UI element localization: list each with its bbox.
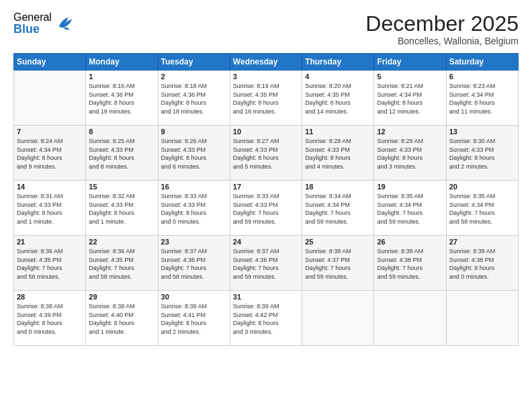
day-info: Sunrise: 8:38 AMSunset: 4:40 PMDaylight:… [89,302,154,336]
day-info: Sunrise: 8:25 AMSunset: 4:33 PMDaylight:… [89,137,154,171]
calendar-table: Sunday Monday Tuesday Wednesday Thursday… [13,53,519,346]
day-info: Sunrise: 8:37 AMSunset: 4:36 PMDaylight:… [161,247,227,281]
day-number: 27 [449,238,515,246]
table-row: 7Sunrise: 8:24 AMSunset: 4:34 PMDaylight… [14,126,86,181]
day-info: Sunrise: 8:23 AMSunset: 4:34 PMDaylight:… [449,82,515,116]
day-info: Sunrise: 8:39 AMSunset: 4:42 PMDaylight:… [233,302,299,336]
table-row: 22Sunrise: 8:36 AMSunset: 4:35 PMDayligh… [86,236,158,291]
table-row: 30Sunrise: 8:39 AMSunset: 4:41 PMDayligh… [158,291,230,346]
table-row: 27Sunrise: 8:38 AMSunset: 4:38 PMDayligh… [446,236,518,291]
table-row [374,291,446,346]
day-number: 31 [233,293,299,301]
day-info: Sunrise: 8:38 AMSunset: 4:38 PMDaylight:… [449,247,515,281]
day-number: 29 [89,293,154,301]
logo-bird-icon [56,14,75,33]
table-row: 6Sunrise: 8:23 AMSunset: 4:34 PMDaylight… [446,71,518,126]
day-number: 11 [305,128,371,136]
table-row [302,291,374,346]
day-info: Sunrise: 8:20 AMSunset: 4:35 PMDaylight:… [305,82,371,116]
header: General Blue December 2025 Boncelles, Wa… [13,12,519,46]
title-block: December 2025 Boncelles, Wallonia, Belgi… [365,12,519,46]
month-title: December 2025 [365,12,519,36]
table-row: 4Sunrise: 8:20 AMSunset: 4:35 PMDaylight… [302,71,374,126]
table-row: 29Sunrise: 8:38 AMSunset: 4:40 PMDayligh… [86,291,158,346]
day-number: 19 [377,183,443,191]
day-info: Sunrise: 8:16 AMSunset: 4:36 PMDaylight:… [89,82,154,116]
day-info: Sunrise: 8:36 AMSunset: 4:35 PMDaylight:… [89,247,154,281]
day-info: Sunrise: 8:21 AMSunset: 4:34 PMDaylight:… [377,82,443,116]
table-row: 5Sunrise: 8:21 AMSunset: 4:34 PMDaylight… [374,71,446,126]
day-number: 6 [449,73,515,81]
day-info: Sunrise: 8:35 AMSunset: 4:34 PMDaylight:… [377,192,443,226]
table-row: 14Sunrise: 8:31 AMSunset: 4:33 PMDayligh… [14,181,86,236]
day-number: 28 [17,293,83,301]
day-number: 5 [377,73,443,81]
table-row: 8Sunrise: 8:25 AMSunset: 4:33 PMDaylight… [86,126,158,181]
day-number: 1 [89,73,154,81]
day-info: Sunrise: 8:35 AMSunset: 4:34 PMDaylight:… [449,192,515,226]
day-info: Sunrise: 8:36 AMSunset: 4:35 PMDaylight:… [17,247,83,281]
day-info: Sunrise: 8:29 AMSunset: 4:33 PMDaylight:… [377,137,443,171]
day-number: 12 [377,128,443,136]
day-number: 17 [233,183,299,191]
logo-general: General [13,12,52,23]
day-info: Sunrise: 8:34 AMSunset: 4:34 PMDaylight:… [305,192,371,226]
table-row: 15Sunrise: 8:32 AMSunset: 4:33 PMDayligh… [86,181,158,236]
day-info: Sunrise: 8:38 AMSunset: 4:37 PMDaylight:… [305,247,371,281]
table-row: 28Sunrise: 8:38 AMSunset: 4:39 PMDayligh… [14,291,86,346]
table-row [14,71,86,126]
day-info: Sunrise: 8:24 AMSunset: 4:34 PMDaylight:… [17,137,83,171]
header-saturday: Saturday [446,54,518,71]
day-number: 4 [305,73,371,81]
day-number: 26 [377,238,443,246]
header-thursday: Thursday [302,54,374,71]
day-number: 24 [233,238,299,246]
calendar-header-row: Sunday Monday Tuesday Wednesday Thursday… [14,54,519,71]
day-info: Sunrise: 8:28 AMSunset: 4:33 PMDaylight:… [305,137,371,171]
table-row: 24Sunrise: 8:37 AMSunset: 4:36 PMDayligh… [230,236,302,291]
calendar-week-row: 7Sunrise: 8:24 AMSunset: 4:34 PMDaylight… [14,126,519,181]
day-number: 3 [233,73,299,81]
day-info: Sunrise: 8:33 AMSunset: 4:33 PMDaylight:… [233,192,299,226]
table-row: 9Sunrise: 8:26 AMSunset: 4:33 PMDaylight… [158,126,230,181]
table-row: 2Sunrise: 8:18 AMSunset: 4:36 PMDaylight… [158,71,230,126]
day-number: 9 [161,128,227,136]
table-row: 3Sunrise: 8:19 AMSunset: 4:35 PMDaylight… [230,71,302,126]
table-row: 25Sunrise: 8:38 AMSunset: 4:37 PMDayligh… [302,236,374,291]
logo-text: General Blue [13,12,52,35]
day-number: 25 [305,238,371,246]
table-row: 26Sunrise: 8:38 AMSunset: 4:38 PMDayligh… [374,236,446,291]
table-row: 17Sunrise: 8:33 AMSunset: 4:33 PMDayligh… [230,181,302,236]
day-info: Sunrise: 8:26 AMSunset: 4:33 PMDaylight:… [161,137,227,171]
table-row: 19Sunrise: 8:35 AMSunset: 4:34 PMDayligh… [374,181,446,236]
day-number: 20 [449,183,515,191]
table-row: 12Sunrise: 8:29 AMSunset: 4:33 PMDayligh… [374,126,446,181]
table-row: 1Sunrise: 8:16 AMSunset: 4:36 PMDaylight… [86,71,158,126]
header-wednesday: Wednesday [230,54,302,71]
day-number: 10 [233,128,299,136]
day-number: 18 [305,183,371,191]
header-tuesday: Tuesday [158,54,230,71]
day-info: Sunrise: 8:38 AMSunset: 4:39 PMDaylight:… [17,302,83,336]
day-number: 22 [89,238,154,246]
calendar-week-row: 28Sunrise: 8:38 AMSunset: 4:39 PMDayligh… [14,291,519,346]
header-sunday: Sunday [14,54,86,71]
day-info: Sunrise: 8:18 AMSunset: 4:36 PMDaylight:… [161,82,227,116]
day-number: 23 [161,238,227,246]
day-info: Sunrise: 8:38 AMSunset: 4:38 PMDaylight:… [377,247,443,281]
location: Boncelles, Wallonia, Belgium [365,36,519,46]
day-number: 16 [161,183,227,191]
day-info: Sunrise: 8:19 AMSunset: 4:35 PMDaylight:… [233,82,299,116]
day-number: 14 [17,183,83,191]
calendar-week-row: 21Sunrise: 8:36 AMSunset: 4:35 PMDayligh… [14,236,519,291]
day-info: Sunrise: 8:39 AMSunset: 4:41 PMDaylight:… [161,302,227,336]
table-row: 16Sunrise: 8:33 AMSunset: 4:33 PMDayligh… [158,181,230,236]
day-info: Sunrise: 8:27 AMSunset: 4:33 PMDaylight:… [233,137,299,171]
day-info: Sunrise: 8:30 AMSunset: 4:33 PMDaylight:… [449,137,515,171]
day-number: 2 [161,73,227,81]
table-row: 13Sunrise: 8:30 AMSunset: 4:33 PMDayligh… [446,126,518,181]
logo: General Blue [13,12,75,35]
table-row: 10Sunrise: 8:27 AMSunset: 4:33 PMDayligh… [230,126,302,181]
table-row: 18Sunrise: 8:34 AMSunset: 4:34 PMDayligh… [302,181,374,236]
day-number: 7 [17,128,83,136]
